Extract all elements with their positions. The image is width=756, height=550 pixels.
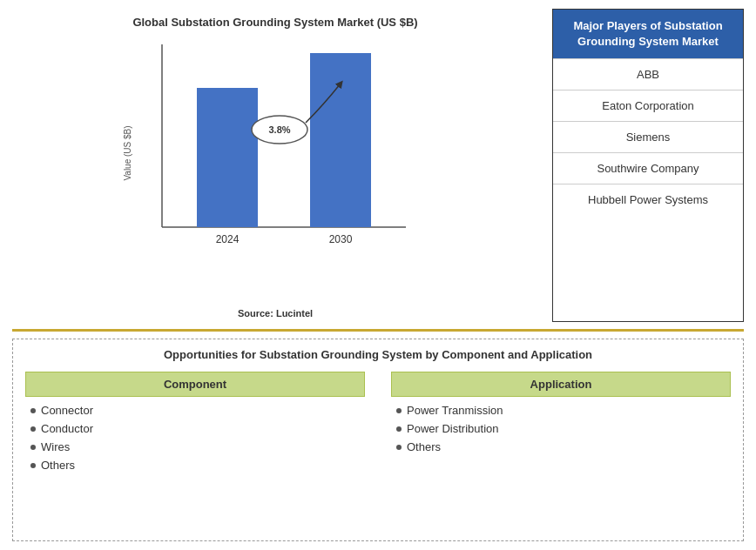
bottom-columns: Component Connector Conductor Wires — [25, 372, 731, 472]
component-column: Component Connector Conductor Wires — [25, 372, 365, 472]
player-item-siemens: Siemens — [553, 121, 743, 152]
application-header: Application — [391, 372, 731, 397]
component-item-connector: Connector — [30, 404, 365, 417]
players-header: Major Players of Substation Grounding Sy… — [553, 10, 743, 58]
application-item-others: Others — [396, 440, 731, 453]
top-section: Global Substation Grounding System Marke… — [12, 9, 744, 322]
bar-2030 — [310, 53, 371, 227]
chart-area: Value (US $B) 3.8% — [16, 36, 535, 305]
bullet-icon — [30, 445, 36, 450]
player-item-eaton: Eaton Corporation — [553, 90, 743, 121]
page-container: Global Substation Grounding System Marke… — [0, 0, 756, 550]
component-item-conductor: Conductor — [30, 422, 365, 435]
bullet-icon — [30, 408, 36, 413]
application-item-transmission: Power Tranmission — [396, 404, 731, 417]
player-item-hubbell: Hubbell Power Systems — [553, 184, 743, 215]
component-item-others: Others — [30, 459, 365, 472]
bottom-section: Opportunities for Substation Grounding S… — [12, 339, 744, 541]
player-item-southwire: Southwire Company — [553, 152, 743, 184]
chart-panel: Global Substation Grounding System Marke… — [12, 9, 538, 322]
players-panel: Major Players of Substation Grounding Sy… — [552, 9, 744, 322]
bullet-icon — [396, 408, 402, 413]
bottom-title: Opportunities for Substation Grounding S… — [25, 348, 731, 361]
component-item-wires: Wires — [30, 440, 365, 453]
application-item-distribution: Power Distribution — [396, 422, 731, 435]
bullet-icon — [30, 463, 36, 468]
component-header: Component — [25, 372, 365, 397]
chart-source: Source: Lucintel — [238, 308, 313, 319]
bar-2024 — [197, 88, 258, 227]
player-item-abb: ABB — [553, 58, 743, 90]
application-list: Power Tranmission Power Distribution Oth… — [391, 404, 731, 453]
divider — [12, 329, 744, 332]
y-axis-label: Value (US $B) — [123, 125, 132, 180]
bullet-icon — [396, 426, 402, 432]
bullet-icon — [396, 445, 402, 450]
application-column: Application Power Tranmission Power Dist… — [391, 372, 731, 472]
component-list: Connector Conductor Wires Others — [25, 404, 365, 472]
chart-title: Global Substation Grounding System Marke… — [132, 16, 417, 29]
x-label-2030: 2030 — [329, 233, 353, 245]
chart-svg: Value (US $B) 3.8% — [16, 36, 535, 271]
cagr-value: 3.8% — [268, 124, 290, 135]
bullet-icon — [30, 426, 36, 432]
x-label-2024: 2024 — [216, 233, 240, 245]
